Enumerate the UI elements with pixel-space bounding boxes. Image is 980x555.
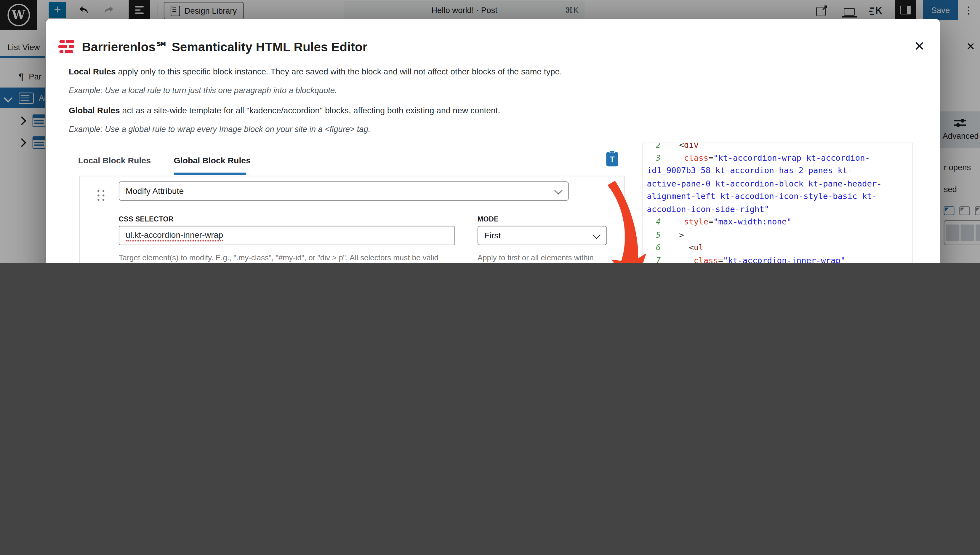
code-row: 2 <div xyxy=(643,143,912,152)
code-line-text: class="kt-accordion-inner-wrap" xyxy=(665,254,846,263)
code-row: 4 style="max-width:none" xyxy=(643,216,912,229)
rules-editor-modal: Barrierenlos℠ Semanticality HTML Rules E… xyxy=(46,19,940,263)
paste-rules-icon[interactable]: T xyxy=(606,152,618,167)
css-selector-help: Target element(s) to modify. E.g., ".my-… xyxy=(119,252,451,263)
mode-select[interactable]: First xyxy=(478,226,607,245)
global-rules-example: Example: Use a global rule to wrap every… xyxy=(69,125,370,134)
screen: + Design Library Hello world! · Post ⌘K … xyxy=(0,0,980,263)
code-row: 7 class="kt-accordion-inner-wrap" xyxy=(643,254,912,263)
chevron-down-icon xyxy=(555,186,563,194)
code-line-text: class="kt-accordion-wrap kt-accordion- xyxy=(665,152,870,165)
code-row: id1_9007b3-58 kt-accordion-has-2-panes k… xyxy=(643,165,912,177)
code-line-number: 2 xyxy=(647,143,661,152)
rules-list-container: Modify Attribute CSS SELECTOR ul.kt-acco… xyxy=(79,176,625,263)
chevron-down-icon xyxy=(593,231,601,239)
active-tab-underline xyxy=(174,173,246,175)
code-line-text: id1_9007b3-58 kt-accordion-has-2-panes k… xyxy=(647,165,853,177)
tab-local-block-rules[interactable]: Local Block Rules xyxy=(78,156,151,165)
local-rules-description: Local Rules apply only to this specific … xyxy=(69,67,562,77)
close-modal-button[interactable]: ✕ xyxy=(911,38,928,55)
code-line-text: accodion-icon-side-right" xyxy=(647,203,769,216)
global-rules-description: Global Rules act as a site-wide template… xyxy=(69,106,500,115)
drag-handle-icon[interactable] xyxy=(98,190,104,201)
mode-help: Apply to first or all elements within se… xyxy=(478,252,613,263)
code-row: alignment-left kt-accodion-icon-style-ba… xyxy=(643,190,912,203)
code-line-text: <div xyxy=(665,143,699,152)
css-selector-label: CSS SELECTOR xyxy=(119,215,174,223)
code-row: 3 class="kt-accordion-wrap kt-accordion- xyxy=(643,152,912,165)
code-line-text: active-pane-0 kt-accordion-block kt-pane… xyxy=(647,177,882,190)
code-line-text: <ul xyxy=(665,241,703,254)
code-row: 6 <ul xyxy=(643,241,912,254)
close-icon: ✕ xyxy=(914,39,925,54)
code-line-text: style="max-width:none" xyxy=(665,216,791,229)
tab-global-block-rules[interactable]: Global Block Rules xyxy=(174,156,251,165)
css-selector-input[interactable]: ul.kt-accordion-inner-wrap xyxy=(119,226,455,245)
local-rules-example: Example: Use a local rule to turn just t… xyxy=(69,86,337,95)
code-row: accodion-icon-side-right" xyxy=(643,203,912,216)
code-line-text: alignment-left kt-accodion-icon-style-ba… xyxy=(647,190,877,203)
code-row: active-pane-0 kt-accordion-block kt-pane… xyxy=(643,177,912,190)
mode-label: MODE xyxy=(478,215,499,223)
code-line-number: 3 xyxy=(647,152,661,165)
modal-title: Barrierenlos℠ Semanticality HTML Rules E… xyxy=(82,39,367,55)
code-row: 5 > xyxy=(643,229,912,241)
red-arrow-code-line xyxy=(601,179,654,263)
rule-action-select[interactable]: Modify Attribute xyxy=(119,181,569,201)
code-line-text: > xyxy=(665,229,684,241)
html-preview-panel: 2 <div3 class="kt-accordion-wrap kt-acco… xyxy=(643,143,913,263)
barrierenlos-logo-icon xyxy=(59,40,75,55)
